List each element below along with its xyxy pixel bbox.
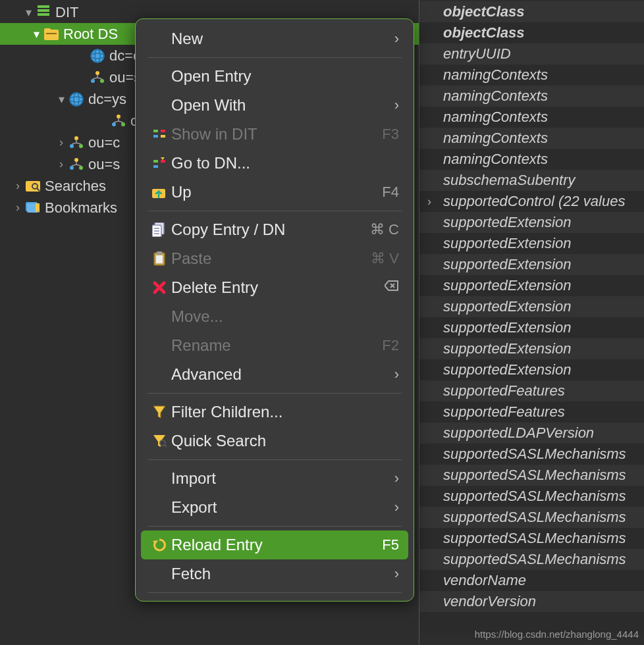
menu-shortcut [385,278,399,297]
attribute-label: namingContexts [443,88,548,105]
attribute-row[interactable]: supportedExtension [419,338,644,359]
menu-item-label: Move... [171,307,399,326]
menu-item-open-with[interactable]: Open With› [136,91,414,120]
chevron-right-icon[interactable]: › [427,195,443,209]
attribute-row[interactable]: supportedExtension [419,254,644,275]
show-in-dit-icon [148,127,171,142]
attribute-row[interactable]: supportedSASLMechanisms [419,486,644,507]
menu-item-fetch[interactable]: Fetch› [136,559,414,588]
chevron-right-icon: › [394,97,399,114]
menu-separator [148,57,402,58]
menu-item-export[interactable]: Export› [136,493,414,522]
tree-item-label: Bookmarks [45,199,117,217]
attribute-label: objectClass [443,24,525,41]
folder-root-icon [43,26,59,42]
attribute-label: namingContexts [443,130,548,147]
expand-toggle[interactable]: ▾ [21,5,36,20]
menu-item-paste: Paste⌘ V [136,244,414,273]
org-unit-icon [90,70,105,85]
attribute-row[interactable]: namingContexts [419,64,644,86]
expand-toggle[interactable]: › [11,179,25,193]
attribute-row[interactable]: namingContexts [419,107,644,128]
menu-item-quick-search[interactable]: Quick Search [136,426,414,455]
attribute-label: supportedSASLMechanisms [443,509,626,526]
attribute-row[interactable]: objectClass [419,22,644,43]
attribute-row[interactable]: ›supportedControl (22 values [419,191,644,212]
attribute-row[interactable]: supportedExtension [419,359,644,380]
attribute-row[interactable]: supportedExtension [419,212,644,233]
attribute-row[interactable]: supportedSASLMechanisms [419,465,644,486]
menu-item-label: New [171,30,389,48]
attribute-row[interactable]: vendorVersion [419,591,644,612]
attribute-row[interactable]: objectClass [419,1,644,22]
org-unit-icon [69,136,84,150]
menu-shortcut: F2 [382,337,399,354]
attribute-row[interactable]: namingContexts [419,128,644,149]
attribute-row[interactable]: supportedSASLMechanisms [419,444,644,465]
menu-item-label: Export [171,498,389,517]
menu-item-label: Quick Search [171,432,399,450]
attribute-row[interactable]: entryUUID [419,43,644,64]
menu-shortcut: F5 [382,536,399,554]
expand-toggle[interactable]: › [11,201,25,215]
menu-item-label: Reload Entry [171,536,377,554]
globe-icon [68,91,84,107]
menu-item-label: Delete Entry [171,278,379,297]
menu-item-move: Move... [136,302,414,331]
attribute-row[interactable]: supportedExtension [419,317,644,338]
attribute-row[interactable]: namingContexts [419,149,644,170]
attribute-label: supportedFeatures [443,382,565,400]
attribute-label: entryUUID [443,45,511,63]
menu-item-label: Import [171,469,389,488]
bookmarks-icon [25,200,41,216]
expand-toggle[interactable]: › [54,136,68,149]
attribute-row[interactable]: supportedFeatures [419,401,644,423]
menu-shortcut: F4 [382,184,399,201]
attribute-label: namingContexts [443,151,548,168]
expand-toggle[interactable]: ▾ [54,92,68,107]
menu-separator [148,592,402,593]
bookmarks-icon [26,201,40,215]
attribute-row[interactable]: supportedExtension [419,296,644,317]
menu-item-label: Filter Children... [171,403,399,421]
attribute-row[interactable]: subschemaSubentry [419,170,644,191]
attribute-row[interactable]: supportedSASLMechanisms [419,507,644,528]
menu-item-delete-entry[interactable]: Delete Entry [136,273,414,302]
menu-item-import[interactable]: Import› [136,464,414,493]
globe-icon [90,48,105,64]
attribute-row[interactable]: supportedLDAPVersion [419,423,644,444]
delete-icon [152,280,167,295]
menu-separator [148,526,402,527]
menu-item-label: Fetch [171,565,389,583]
menu-item-filter-children[interactable]: Filter Children... [136,398,414,426]
attribute-row[interactable]: namingContexts [419,86,644,107]
menu-item-up[interactable]: UpF4 [136,178,414,207]
menu-separator [148,393,402,394]
menu-item-reload-entry[interactable]: Reload EntryF5 [141,530,408,559]
menu-item-advanced[interactable]: Advanced› [136,360,414,389]
menu-item-label: Open Entry [171,67,399,86]
org-unit-icon [111,114,126,128]
menu-separator [148,211,402,211]
menu-item-go-to-dn[interactable]: Go to DN... [136,149,414,178]
attribute-label: supportedSASLMechanisms [443,530,626,547]
globe-icon [69,92,84,107]
org-unit-icon [68,157,84,172]
attribute-row[interactable]: vendorName [419,570,644,591]
attribute-row[interactable]: supportedFeatures [419,380,644,401]
quick-search-icon [152,434,167,448]
menu-separator [148,459,402,460]
tree-item-label: Searches [45,178,106,195]
attribute-row[interactable]: supportedExtension [419,275,644,296]
attribute-label: supportedExtension [443,277,571,294]
menu-item-copy-entry-dn[interactable]: Copy Entry / DN⌘ C [136,215,414,244]
attribute-row[interactable]: supportedExtension [419,233,644,254]
menu-item-label: Rename [171,336,377,355]
attribute-row[interactable]: supportedSASLMechanisms [419,549,644,570]
copy-icon [148,222,171,237]
attribute-row[interactable]: supportedSASLMechanisms [419,528,644,549]
expand-toggle[interactable]: › [54,157,68,171]
menu-item-open-entry[interactable]: Open Entry [136,62,414,91]
menu-item-new[interactable]: New› [136,24,414,53]
expand-toggle[interactable]: ▾ [29,27,43,41]
